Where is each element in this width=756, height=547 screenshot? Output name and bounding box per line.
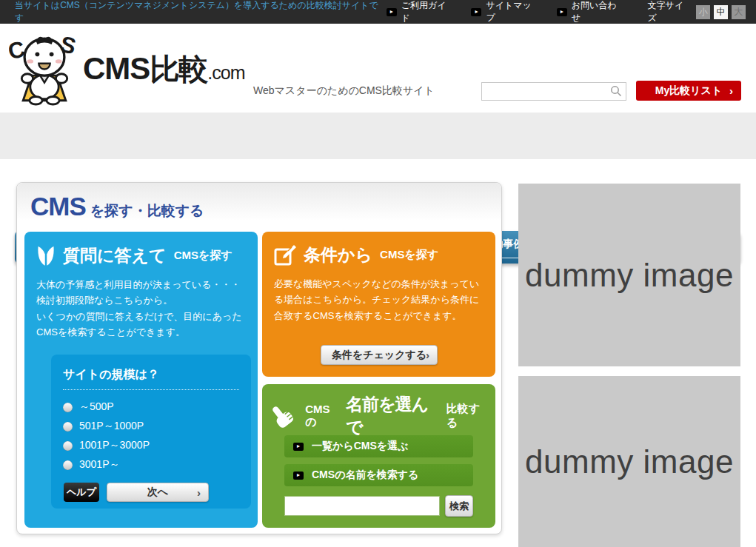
option-label: 1001P～3000P <box>79 439 150 452</box>
page: 当サイトはCMS（コンテンツマネジメントシステム）を導入するための比較検討サイト… <box>0 0 756 547</box>
option-row-500p[interactable]: ～500P <box>63 400 239 414</box>
topbar-links: ▸ ご利用ガイド ▸ サイトマップ ▸ お問い合わせ 文字サイズ 小 中 大 <box>387 0 746 24</box>
choose-from-list-label: 一覧からCMSを選ぶ <box>312 440 408 453</box>
mascot-logo-icon: C S <box>9 31 80 107</box>
guide-link-label: ご利用ガイド <box>401 0 455 24</box>
arrow-icon: ▸ <box>557 8 567 16</box>
site-header: C S CMS比較.com WebマスターのためのCMS比較サイト My比較リス… <box>0 24 756 113</box>
question-card-description-line2: いくつかの質問に答えるだけで、目的にあったCMSを検索することができます。 <box>36 309 246 340</box>
panel-title: CMS を探す・比較する <box>30 192 204 221</box>
name-card-title-small: 比較する <box>446 402 489 430</box>
beginner-mark-icon <box>36 244 56 267</box>
font-size-medium-button[interactable]: 中 <box>714 5 728 19</box>
chevron-right-icon: › <box>729 84 733 97</box>
arrow-icon: ▸ <box>293 472 304 480</box>
svg-text:NAME: NAME <box>270 404 274 420</box>
option-row-501-1000p[interactable]: 501P～1000P <box>63 420 239 433</box>
top-utility-bar: 当サイトはCMS（コンテンツマネジメントシステム）を導入するための比較検討サイト… <box>0 0 756 24</box>
name-card-title-big: 名前を選んで <box>346 393 441 439</box>
panel-title-strong: CMS <box>30 192 86 221</box>
radio-button-icon[interactable] <box>63 441 73 451</box>
font-size-large-button[interactable]: 大 <box>732 5 746 19</box>
dummy-image-2-label: dummy image <box>525 443 734 480</box>
font-size-small-button[interactable]: 小 <box>696 5 710 19</box>
condition-card-title-small: CMSを探す <box>380 248 438 262</box>
dummy-image-1-label: dummy image <box>525 257 734 294</box>
question-card-title-small: CMSを探す <box>174 249 233 263</box>
logo-text: CMS比較.com <box>83 49 245 90</box>
my-list-button[interactable]: My比較リスト › <box>636 81 741 101</box>
next-button[interactable]: 次へ › <box>107 483 209 502</box>
scale-options: ～500P 501P～1000P 1001P～3000P 3001P～ <box>63 400 239 472</box>
radio-button-icon[interactable] <box>63 403 73 412</box>
search-by-name-label: CMSの名前を検索する <box>312 469 418 482</box>
check-conditions-button[interactable]: 条件をチェックする › <box>321 345 438 365</box>
help-button[interactable]: ヘルプ <box>64 483 99 502</box>
name-card-title: NAME CMSの名前を選んで比較する <box>262 384 495 439</box>
panel-header: CMS を探す・比較する <box>17 183 501 227</box>
logo-com: .com <box>207 62 244 83</box>
arrow-icon: ▸ <box>471 8 481 16</box>
condition-card: 条件から CMSを探す 必要な機能やスペックなどの条件が決まっている場合はこちら… <box>262 232 495 377</box>
chevron-right-icon: › <box>197 486 201 499</box>
arrow-icon: ▸ <box>293 443 304 451</box>
panel-title-rest: を探す・比較する <box>90 201 204 221</box>
question-buttons: ヘルプ 次へ › <box>64 483 209 502</box>
check-conditions-button-label: 条件をチェックする <box>332 349 426 362</box>
condition-card-description: 必要な機能やスペックなどの条件が決まっている場合はこちらから。チェック結果から条… <box>262 266 495 323</box>
question-card-description: 大体の予算感と利用目的が決まっている・・・検討初期段階ならこちらから。 いくつか… <box>24 267 258 340</box>
contact-link[interactable]: ▸ お問い合わせ <box>557 0 626 24</box>
sitemap-link[interactable]: ▸ サイトマップ <box>471 0 540 24</box>
next-button-label: 次へ <box>147 486 168 499</box>
arrow-icon: ▸ <box>387 8 397 16</box>
option-row-1001-3000p[interactable]: 1001P～3000P <box>63 439 239 452</box>
cms-name-search-input[interactable] <box>284 496 440 516</box>
guide-link[interactable]: ▸ ご利用ガイド <box>387 0 455 24</box>
sitemap-link-label: サイトマップ <box>486 0 540 24</box>
option-label: 501P～1000P <box>79 420 144 433</box>
search-submit-button[interactable]: 検索 <box>445 495 473 517</box>
question-card-title: 質問に答えて CMSを探す <box>24 232 258 267</box>
logo-cms: CMS <box>83 51 150 86</box>
question-card-title-big: 質問に答えて <box>63 244 167 267</box>
question-card-description-line1: 大体の予算感と利用目的が決まっている・・・検討初期段階ならこちらから。 <box>36 277 246 309</box>
name-card: NAME CMSの名前を選んで比較する ▸ 一覧からCMSを選ぶ ▸ CMSの名… <box>262 384 495 528</box>
font-size-label: 文字サイズ <box>648 0 693 24</box>
condition-card-title-big: 条件から <box>304 244 372 266</box>
chevron-right-icon: › <box>426 349 429 361</box>
my-list-button-label: My比較リスト <box>655 84 722 98</box>
name-search-row: 検索 <box>284 495 473 517</box>
nav-background-band: CMSを比較 CMS基礎知識 CMS導入ポイント CMS構築の現場から CMS導… <box>0 113 756 159</box>
radio-button-icon[interactable] <box>63 422 73 432</box>
site-tagline: WebマスターのためのCMS比較サイト <box>253 84 435 98</box>
svg-text:C: C <box>9 36 27 64</box>
option-row-3001p[interactable]: 3001P～ <box>63 458 239 472</box>
header-search <box>481 82 626 101</box>
name-card-title-pre: CMSの <box>305 403 340 429</box>
font-size-control: 文字サイズ 小 中 大 <box>648 0 746 24</box>
logo-link[interactable]: C S CMS比較.com <box>9 31 245 107</box>
search-by-name-link[interactable]: ▸ CMSの名前を検索する <box>284 464 473 486</box>
find-compare-panel: CMS を探す・比較する 質問に答えて CMSを探す 大体の予算感と利用目的が決… <box>16 182 502 534</box>
question-card: 質問に答えて CMSを探す 大体の予算感と利用目的が決まっている・・・検討初期段… <box>24 232 258 528</box>
dummy-image-2: dummy image <box>518 376 740 547</box>
logo-hikaku: 比較 <box>150 53 207 85</box>
edit-check-icon <box>274 244 296 266</box>
site-description: 当サイトはCMS（コンテンツマネジメントシステム）を導入するための比較検討サイト… <box>15 0 387 24</box>
question-label: サイトの規模は？ <box>63 367 239 390</box>
radio-button-icon[interactable] <box>63 460 73 470</box>
pointing-hand-name-icon: NAME <box>270 399 299 433</box>
contact-link-label: お問い合わせ <box>572 0 626 24</box>
search-input[interactable] <box>481 82 626 101</box>
site-scale-question-box: サイトの規模は？ ～500P 501P～1000P 1001P～3000P <box>51 355 251 509</box>
dummy-image-1: dummy image <box>518 184 740 366</box>
search-icon[interactable] <box>610 85 622 97</box>
condition-card-title: 条件から CMSを探す <box>262 232 495 266</box>
choose-from-list-link[interactable]: ▸ 一覧からCMSを選ぶ <box>284 435 473 457</box>
option-label: ～500P <box>79 400 114 414</box>
option-label: 3001P～ <box>79 458 119 472</box>
svg-text:S: S <box>58 31 78 60</box>
